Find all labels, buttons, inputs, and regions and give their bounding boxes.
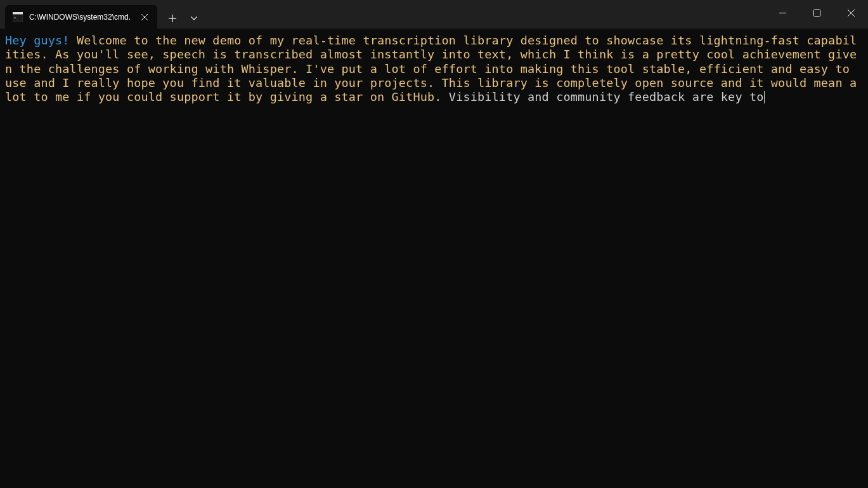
tab-dropdown-button[interactable] <box>184 8 204 29</box>
transcription-text-segment-3: Visibility and community feedback are ke… <box>449 90 764 103</box>
svg-text:>_: >_ <box>14 15 19 20</box>
terminal-tab[interactable]: >_ C:\WINDOWS\system32\cmd. <box>5 5 157 29</box>
terminal-output[interactable]: Hey guys! Welcome to the new demo of my … <box>0 29 868 109</box>
text-cursor <box>764 91 765 103</box>
svg-rect-8 <box>813 10 820 16</box>
tab-title: C:\WINDOWS\system32\cmd. <box>29 13 133 22</box>
minimize-button[interactable] <box>765 0 800 25</box>
transcription-text-segment-1: Hey guys! <box>5 34 77 47</box>
cmd-icon: >_ <box>13 12 23 22</box>
window-titlebar: >_ C:\WINDOWS\system32\cmd. <box>0 0 868 29</box>
tab-area: >_ C:\WINDOWS\system32\cmd. <box>0 0 204 29</box>
maximize-button[interactable] <box>800 0 834 25</box>
svg-rect-1 <box>13 12 23 15</box>
tab-close-button[interactable] <box>138 11 151 23</box>
window-controls <box>765 0 868 25</box>
new-tab-button[interactable] <box>161 8 184 29</box>
close-button[interactable] <box>834 0 868 25</box>
